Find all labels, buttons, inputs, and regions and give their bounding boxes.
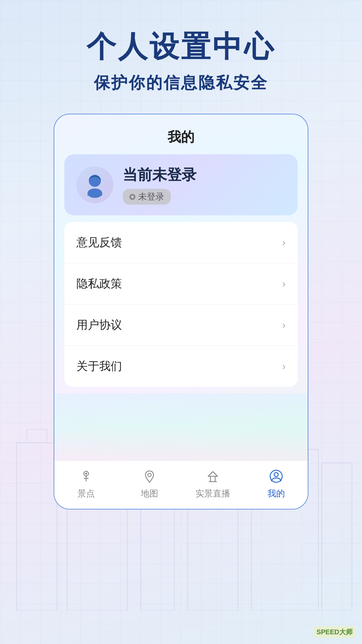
nav-item-scenic[interactable]: 景点 xyxy=(54,468,118,499)
svg-point-18 xyxy=(148,473,151,477)
nav-label-mine: 我的 xyxy=(267,488,285,499)
menu-label-feedback: 意见反馈 xyxy=(76,235,122,250)
nav-item-live[interactable]: 实景直播 xyxy=(181,468,244,499)
chevron-right-icon: › xyxy=(282,319,286,331)
nav-label-live: 实景直播 xyxy=(195,488,230,499)
pavilion-icon xyxy=(204,468,222,485)
menu-label-agreement: 用户协议 xyxy=(76,317,122,333)
nav-item-mine[interactable]: 我的 xyxy=(244,468,308,499)
page-subtitle: 保护你的信息隐私安全 xyxy=(94,72,268,94)
menu-label-privacy: 隐私政策 xyxy=(76,276,122,291)
login-badge[interactable]: 未登录 xyxy=(123,189,171,205)
svg-point-17 xyxy=(85,473,87,475)
badge-dot-icon xyxy=(129,194,135,200)
menu-item-about[interactable]: 关于我们 › xyxy=(64,346,298,387)
chevron-right-icon: › xyxy=(282,237,286,248)
scenic-icon xyxy=(77,468,95,485)
nav-label-scenic: 景点 xyxy=(77,488,95,499)
nav-item-map[interactable]: 地图 xyxy=(118,468,181,499)
menu-list: 意见反馈 › 隐私政策 › 用户协议 › 关于我们 › xyxy=(64,222,298,387)
nav-label-map: 地图 xyxy=(141,488,158,499)
user-profile[interactable]: 当前未登录 未登录 xyxy=(64,154,298,215)
chevron-right-icon: › xyxy=(282,361,286,372)
menu-item-feedback[interactable]: 意见反馈 › xyxy=(64,222,298,263)
user-name: 当前未登录 xyxy=(123,165,196,185)
avatar xyxy=(76,166,113,203)
page-title: 个人设置中心 xyxy=(86,27,276,67)
login-status-text: 未登录 xyxy=(138,191,164,203)
watermark: SPEED大师 xyxy=(313,626,356,638)
section-title: 我的 xyxy=(54,114,308,154)
menu-item-privacy[interactable]: 隐私政策 › xyxy=(64,263,298,305)
bottom-nav: 景点 地图 xyxy=(54,461,308,509)
phone-body-empty xyxy=(54,393,308,461)
user-info: 当前未登录 未登录 xyxy=(123,165,196,205)
map-pin-icon xyxy=(141,468,158,485)
svg-point-23 xyxy=(274,473,278,477)
menu-label-about: 关于我们 xyxy=(76,359,122,374)
phone-card: 我的 当前未登录 未登录 xyxy=(54,114,308,509)
menu-item-agreement[interactable]: 用户协议 › xyxy=(64,305,298,346)
chevron-right-icon: › xyxy=(282,278,286,289)
user-circle-icon xyxy=(267,468,285,485)
